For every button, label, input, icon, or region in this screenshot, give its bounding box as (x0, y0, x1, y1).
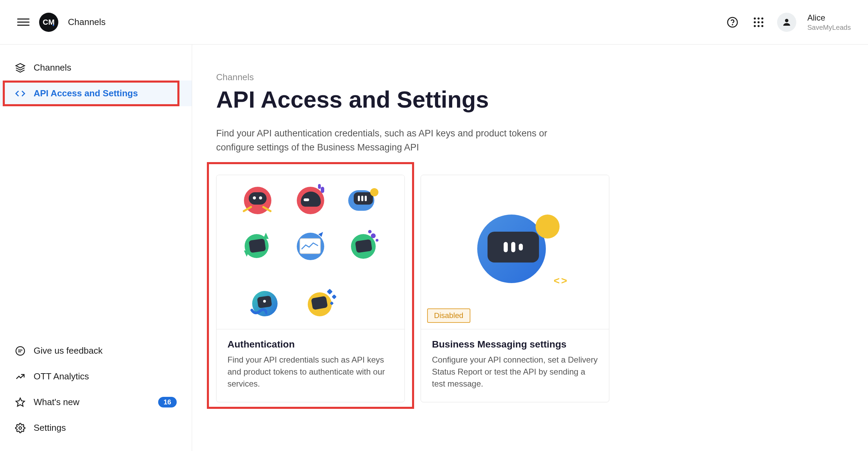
user-info[interactable]: Alice SaveMyLeads (807, 12, 851, 32)
card-title: Authentication (227, 339, 394, 350)
badge-count: 16 (158, 397, 177, 407)
page-title: API Access and Settings (216, 86, 844, 113)
product-icon (241, 183, 275, 218)
sidebar-label: Channels (34, 62, 71, 73)
page-description: Find your API authentication credentials… (216, 126, 556, 154)
star-icon (15, 397, 25, 407)
card-body: Business Messaging settings Configure yo… (421, 329, 609, 402)
avatar[interactable] (777, 13, 796, 32)
help-icon[interactable] (725, 15, 740, 30)
code-icon (15, 88, 25, 99)
breadcrumb[interactable]: Channels (216, 72, 844, 83)
svg-point-2 (785, 19, 788, 22)
product-icon (241, 229, 275, 264)
layers-icon (15, 63, 25, 73)
sidebar-label: Settings (34, 423, 66, 433)
apps-icon[interactable] (751, 15, 766, 30)
sidebar-label: Give us feedback (34, 345, 103, 356)
gear-icon (15, 423, 25, 433)
messaging-icon: < > (470, 215, 560, 290)
user-org: SaveMyLeads (807, 23, 851, 32)
sidebar-bottom: Give us feedback OTT Analytics What's ne… (0, 338, 192, 441)
header: CM Channels Alice SaveMyLeads (0, 0, 868, 45)
status-badge: Disabled (427, 308, 470, 323)
svg-point-1 (732, 24, 733, 25)
product-icon (248, 287, 282, 321)
menu-icon[interactable] (17, 16, 30, 28)
app-name: Channels (68, 17, 106, 27)
card-title: Business Messaging settings (432, 339, 598, 350)
svg-point-8 (19, 427, 22, 429)
product-icon (346, 183, 380, 218)
card-authentication[interactable]: Authentication Find your API credentials… (216, 175, 405, 402)
sidebar-label: API Access and Settings (34, 88, 138, 99)
card-illustration: < > Disabled (421, 175, 609, 329)
product-icon (346, 229, 380, 264)
sidebar-item-whats-new[interactable]: What's new 16 (0, 389, 192, 415)
product-icon (293, 229, 328, 264)
header-left: CM Channels (17, 13, 106, 32)
user-name: Alice (807, 12, 851, 23)
brand-logo[interactable]: CM (39, 13, 58, 32)
sidebar: Channels API Access and Settings Give us… (0, 45, 192, 451)
product-icons-grid (241, 183, 380, 321)
card-description: Find your API credentials such as API ke… (227, 354, 394, 390)
sidebar-item-analytics[interactable]: OTT Analytics (0, 364, 192, 389)
sidebar-item-api-settings[interactable]: API Access and Settings (0, 81, 192, 106)
svg-point-4 (16, 346, 25, 355)
sidebar-label: OTT Analytics (34, 371, 89, 382)
main: Channels API Access and Settings Find yo… (192, 45, 868, 451)
sidebar-item-feedback[interactable]: Give us feedback (0, 338, 192, 364)
card-illustration (216, 175, 404, 329)
sidebar-top: Channels API Access and Settings (0, 55, 192, 106)
product-icon (293, 183, 328, 218)
card-description: Configure your API connection, set a Del… (432, 354, 598, 390)
header-right: Alice SaveMyLeads (725, 12, 851, 32)
sidebar-label: What's new (34, 397, 80, 407)
sidebar-item-channels[interactable]: Channels (0, 55, 192, 81)
layout: Channels API Access and Settings Give us… (0, 45, 868, 451)
cards-container: Authentication Find your API credentials… (216, 175, 844, 402)
svg-marker-3 (16, 63, 25, 68)
feedback-icon (15, 346, 25, 356)
sidebar-item-settings[interactable]: Settings (0, 415, 192, 441)
svg-marker-7 (16, 398, 25, 406)
card-body: Authentication Find your API credentials… (216, 329, 404, 402)
product-icon (303, 287, 337, 321)
card-business-messaging[interactable]: < > Disabled Business Messaging settings… (421, 175, 609, 402)
analytics-icon (15, 371, 25, 382)
